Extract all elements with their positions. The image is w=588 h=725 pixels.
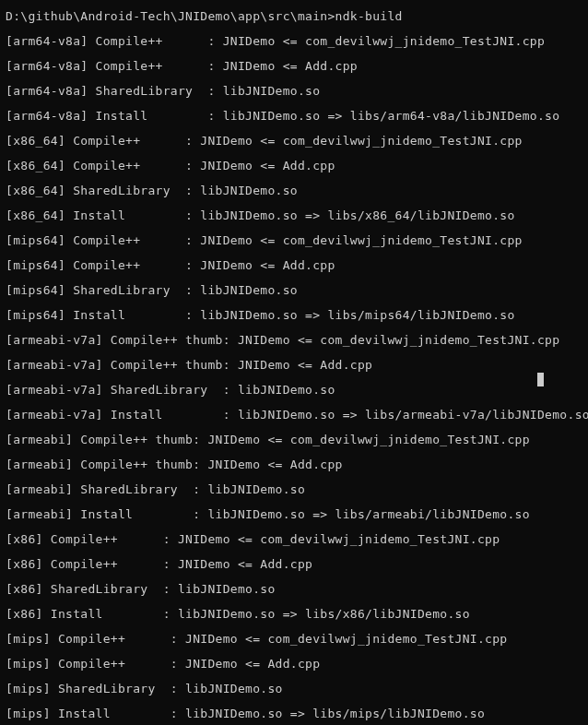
output-line: [armeabi] Compile++ thumb: JNIDemo <= co… — [6, 427, 582, 452]
output-line: [armeabi] SharedLibrary : libJNIDemo.so — [6, 477, 582, 502]
output-line: [arm64-v8a] SharedLibrary : libJNIDemo.s… — [6, 78, 582, 103]
output-line: [mips] Compile++ : JNIDemo <= com_devilw… — [6, 626, 582, 651]
text-cursor — [537, 373, 544, 386]
output-line: [armeabi] Install : libJNIDemo.so => lib… — [6, 502, 582, 527]
output-line: [x86_64] Compile++ : JNIDemo <= com_devi… — [6, 128, 582, 153]
terminal-output[interactable]: D:\github\Android-Tech\JNIDemo\app\src\m… — [6, 4, 582, 725]
output-line: [x86] Compile++ : JNIDemo <= com_devilww… — [6, 527, 582, 552]
output-line: [x86_64] SharedLibrary : libJNIDemo.so — [6, 178, 582, 203]
output-line: [armeabi] Compile++ thumb: JNIDemo <= Ad… — [6, 452, 582, 477]
output-line: [mips64] SharedLibrary : libJNIDemo.so — [6, 278, 582, 303]
output-line: [mips64] Install : libJNIDemo.so => libs… — [6, 303, 582, 327]
output-line: [armeabi-v7a] SharedLibrary : libJNIDemo… — [6, 377, 582, 402]
output-line: [x86] Compile++ : JNIDemo <= Add.cpp — [6, 552, 582, 576]
output-line: [armeabi-v7a] Install : libJNIDemo.so =>… — [6, 402, 582, 427]
prompt-path: D:\github\Android-Tech\JNIDemo\app\src\m… — [6, 9, 335, 23]
prompt-command: ndk-build — [335, 9, 403, 23]
output-line: [arm64-v8a] Install : libJNIDemo.so => l… — [6, 103, 582, 128]
output-line: [armeabi-v7a] Compile++ thumb: JNIDemo <… — [6, 352, 582, 377]
output-line: [armeabi-v7a] Compile++ thumb: JNIDemo <… — [6, 327, 582, 352]
output-line: [x86] Install : libJNIDemo.so => libs/x8… — [6, 601, 582, 626]
output-line: [arm64-v8a] Compile++ : JNIDemo <= Add.c… — [6, 53, 582, 78]
output-line: [arm64-v8a] Compile++ : JNIDemo <= com_d… — [6, 29, 582, 53]
output-line: [mips64] Compile++ : JNIDemo <= com_devi… — [6, 228, 582, 253]
output-line: [mips] Install : libJNIDemo.so => libs/m… — [6, 701, 582, 725]
output-line: [x86_64] Install : libJNIDemo.so => libs… — [6, 203, 582, 228]
output-line: [mips] Compile++ : JNIDemo <= Add.cpp — [6, 651, 582, 676]
output-line: [mips] SharedLibrary : libJNIDemo.so — [6, 676, 582, 701]
output-line: [x86] SharedLibrary : libJNIDemo.so — [6, 576, 582, 601]
output-line: [mips64] Compile++ : JNIDemo <= Add.cpp — [6, 253, 582, 278]
prompt-line: D:\github\Android-Tech\JNIDemo\app\src\m… — [6, 4, 582, 29]
output-line: [x86_64] Compile++ : JNIDemo <= Add.cpp — [6, 153, 582, 178]
